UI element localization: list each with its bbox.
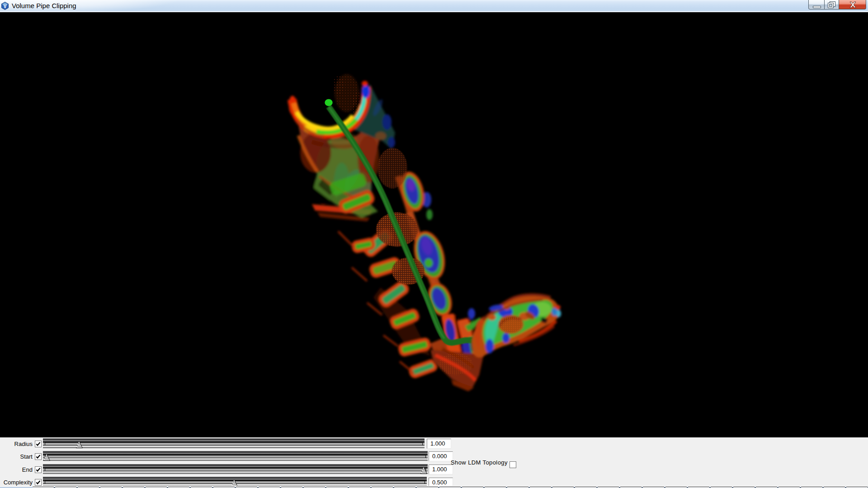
svg-text:V: V [4, 4, 7, 9]
